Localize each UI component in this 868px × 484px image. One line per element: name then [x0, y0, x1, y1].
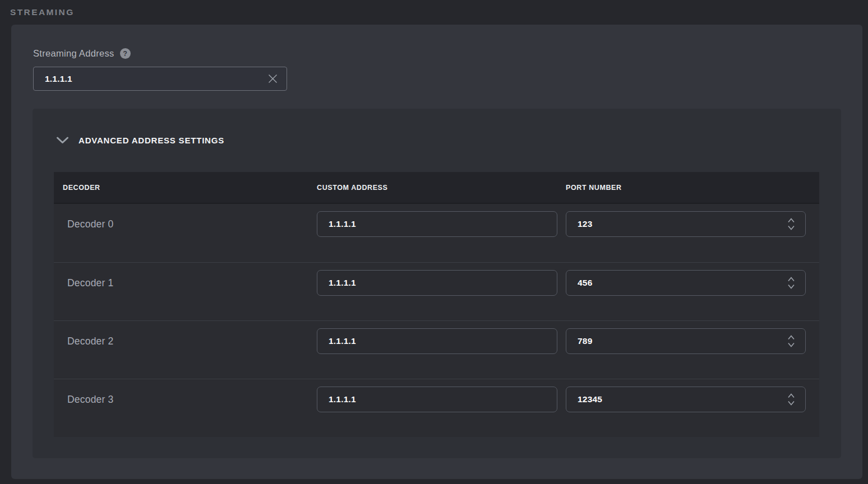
- decoder-cell: Decoder 0: [54, 211, 317, 237]
- custom-address-cell: [317, 270, 566, 296]
- stepper-icon[interactable]: [787, 393, 796, 406]
- table-body: Decoder 0: [54, 204, 819, 437]
- column-header-custom-address: CUSTOM ADDRESS: [317, 184, 566, 192]
- chevron-down-icon: [56, 137, 69, 144]
- decoder-label: Decoder 2: [67, 328, 114, 354]
- decoder-table: DECODER CUSTOM ADDRESS PORT NUMBER Decod…: [54, 172, 819, 437]
- custom-address-input[interactable]: [317, 328, 557, 354]
- stepper-icon[interactable]: [787, 277, 796, 289]
- streaming-address-input[interactable]: [45, 74, 266, 84]
- port-number-input[interactable]: [566, 328, 806, 354]
- column-header-port-number: PORT NUMBER: [566, 184, 819, 192]
- streaming-address-label-row: Streaming Address ?: [33, 48, 131, 59]
- advanced-settings-toggle[interactable]: ADVANCED ADDRESS SETTINGS: [56, 109, 224, 172]
- table-row: Decoder 0: [54, 204, 819, 262]
- custom-address-cell: [317, 387, 566, 412]
- table-row: Decoder 3: [54, 379, 819, 437]
- decoder-cell: Decoder 1: [54, 270, 317, 296]
- streaming-settings-panel: Streaming Address ? ADVANCED ADDRESS SET…: [11, 25, 862, 479]
- port-number-cell: [566, 387, 819, 412]
- stepper-icon[interactable]: [787, 218, 796, 230]
- streaming-address-label: Streaming Address: [33, 48, 114, 59]
- decoder-label: Decoder 1: [67, 270, 114, 296]
- port-number-input[interactable]: [566, 387, 806, 412]
- stepper-icon[interactable]: [787, 335, 796, 347]
- advanced-address-settings-panel: ADVANCED ADDRESS SETTINGS DECODER CUSTOM…: [33, 109, 841, 458]
- clear-icon[interactable]: [266, 72, 279, 86]
- decoder-cell: Decoder 3: [54, 387, 317, 412]
- port-number-input[interactable]: [566, 211, 806, 237]
- port-number-input[interactable]: [566, 270, 806, 296]
- column-header-decoder: DECODER: [54, 184, 317, 192]
- custom-address-input[interactable]: [317, 387, 557, 412]
- port-number-cell: [566, 211, 819, 237]
- streaming-address-field: [33, 67, 287, 91]
- table-header-row: DECODER CUSTOM ADDRESS PORT NUMBER: [54, 172, 819, 204]
- port-number-cell: [566, 270, 819, 296]
- decoder-label: Decoder 0: [67, 211, 114, 237]
- custom-address-cell: [317, 328, 566, 354]
- custom-address-cell: [317, 211, 566, 237]
- custom-address-input[interactable]: [317, 270, 557, 296]
- table-row: Decoder 2: [54, 320, 819, 379]
- page-title: STREAMING: [10, 7, 75, 17]
- decoder-cell: Decoder 2: [54, 328, 317, 354]
- table-row: Decoder 1: [54, 262, 819, 320]
- port-number-cell: [566, 328, 819, 354]
- decoder-label: Decoder 3: [67, 387, 114, 412]
- help-icon[interactable]: ?: [120, 48, 131, 59]
- custom-address-input[interactable]: [317, 211, 557, 237]
- advanced-settings-title: ADVANCED ADDRESS SETTINGS: [79, 136, 224, 145]
